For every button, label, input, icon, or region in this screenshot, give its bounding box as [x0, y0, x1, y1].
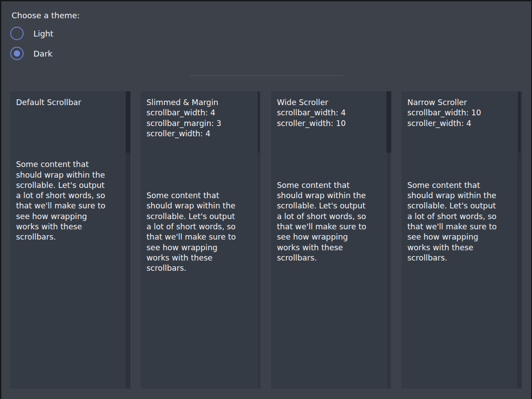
scroll-panel-slimmed-margin[interactable]: Slimmed & Margin scrollbar_width: 4 scro… — [141, 91, 261, 389]
panel-params: scrollbar_width: 4 scroller_width: 10 — [277, 108, 386, 129]
radio-option-label[interactable]: Light — [33, 29, 53, 38]
panel-title: Slimmed & Margin — [146, 98, 255, 108]
panel-title: Default Scrollbar — [16, 98, 125, 108]
radio-selected-dot — [14, 50, 20, 57]
theme-chooser-label: Choose a theme: — [12, 11, 80, 20]
panel-params: scrollbar_width: 10 scroller_width: 4 — [407, 108, 516, 129]
radio-option-dark[interactable]: Dark — [10, 47, 53, 60]
scrollbar-thumb[interactable] — [258, 91, 260, 153]
scrollbar-thumb[interactable] — [519, 91, 520, 153]
panel-title: Narrow Scroller — [407, 98, 516, 108]
panel-body-text: Some content that should wrap within the… — [146, 191, 255, 273]
panel-params: scrollbar_width: 4 scrollbar_margin: 3 s… — [146, 108, 255, 139]
scroll-panel-default[interactable]: Default Scrollbar Some content that shou… — [10, 91, 130, 389]
scrollbar-thumb[interactable] — [126, 91, 130, 153]
panel-body-text: Some content that should wrap within the… — [277, 180, 386, 263]
radio-button-icon[interactable] — [10, 27, 24, 40]
window-frame-left-edge — [0, 0, 1, 399]
window-frame-top-edge — [0, 0, 532, 1]
radio-option-light[interactable]: Light — [10, 27, 53, 40]
divider — [190, 75, 343, 76]
radio-option-label[interactable]: Dark — [33, 49, 53, 58]
panel-title: Wide Scroller — [277, 98, 386, 108]
scrollbar-thumb[interactable] — [386, 91, 391, 153]
panel-body-text: Some content that should wrap within the… — [16, 159, 125, 242]
panel-body-text: Some content that should wrap within the… — [407, 180, 516, 263]
radio-button-icon[interactable] — [10, 47, 24, 60]
scroll-panel-wide-scroller[interactable]: Wide Scroller scrollbar_width: 4 scrolle… — [271, 91, 391, 389]
scroll-panel-narrow-scroller[interactable]: Narrow Scroller scrollbar_width: 10 scro… — [402, 91, 522, 389]
